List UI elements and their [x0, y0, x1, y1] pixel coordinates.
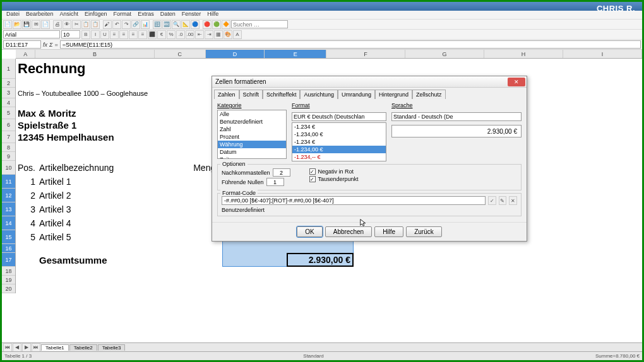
dialog-tab[interactable]: Zahlen	[214, 90, 239, 99]
kategorie-list[interactable]: AlleBenutzerdefiniertZahlProzentWährungD…	[217, 110, 287, 159]
toolbar-btn-18[interactable]: 📐	[181, 20, 190, 29]
row-header[interactable]: 6	[2, 119, 15, 131]
list-item[interactable]: Prozent	[218, 133, 286, 141]
formatcode-input[interactable]	[222, 196, 486, 205]
row-header[interactable]: 14	[2, 216, 15, 230]
list-item[interactable]: Zahl	[218, 126, 286, 133]
sum-cell[interactable]: 2.930,00 €	[287, 253, 354, 267]
tab-nav-first-icon[interactable]: ⏮	[3, 343, 12, 352]
col-header[interactable]: A	[16, 50, 35, 58]
row-header[interactable]: 5	[2, 107, 15, 119]
fmt-btn-10[interactable]: .0	[176, 30, 185, 39]
col-header[interactable]: I	[563, 50, 642, 58]
fmt-btn-5[interactable]: ≡	[129, 30, 138, 39]
help-button[interactable]: Hilfe	[374, 226, 403, 237]
list-item[interactable]: Alle	[218, 110, 286, 118]
toolbar-btn-6[interactable]: 👁	[63, 20, 71, 29]
toolbar-btn-12[interactable]: ↷	[122, 20, 131, 29]
toolbar-btn-20[interactable]: 🔴	[203, 20, 212, 29]
list-item[interactable]: -1.234,00 EUR	[292, 161, 386, 161]
row-header[interactable]: 15	[2, 230, 15, 244]
ok-button[interactable]: OK	[297, 226, 322, 237]
toolbar-btn-5[interactable]: 🖨	[53, 20, 62, 29]
format-list[interactable]: -1.234 €-1.234,00 €-1.234 €-1.234,00 €-1…	[292, 122, 386, 161]
code-delete-icon[interactable]: ✕	[509, 196, 517, 205]
fmt-btn-12[interactable]: ⇤	[195, 30, 204, 39]
toolbar-btn-10[interactable]: 🖌	[103, 20, 112, 29]
tausender-checkbox[interactable]: ✓	[309, 176, 316, 182]
list-item[interactable]: Datum	[218, 148, 286, 156]
row-header[interactable]: 17	[2, 253, 15, 267]
toolbar-btn-3[interactable]: ✉	[32, 20, 40, 29]
menu-daten[interactable]: Daten	[157, 11, 179, 19]
cell[interactable]: Chris – Youtubeallee 1000 – Googlehause	[16, 88, 205, 98]
toolbar-btn-16[interactable]: 🔤	[162, 20, 171, 29]
toolbar-btn-4[interactable]: 📄	[41, 20, 50, 29]
fmt-btn-11[interactable]: .00	[186, 30, 194, 39]
dialog-tab[interactable]: Zellschutz	[412, 90, 446, 99]
dialog-tab[interactable]: Hintergrund	[375, 90, 412, 99]
code-edit-icon[interactable]: ✎	[499, 196, 507, 205]
cell[interactable]: 2	[16, 189, 37, 202]
toolbar-btn-22[interactable]: 🔶	[222, 20, 230, 29]
sum-icon[interactable]: Σ	[49, 42, 52, 48]
fmt-btn-2[interactable]: U	[100, 30, 109, 39]
dialog-titlebar[interactable]: Zellen formatieren ✕	[212, 76, 527, 88]
list-item[interactable]: -1.234,00 €	[292, 131, 386, 138]
toolbar-btn-7[interactable]: ✂	[72, 20, 81, 29]
col-header[interactable]: G	[405, 50, 484, 58]
toolbar-btn-14[interactable]: 📊	[141, 20, 150, 29]
negativ-checkbox[interactable]: ✓	[309, 168, 316, 175]
cell[interactable]: 1	[16, 175, 37, 189]
dialog-tab[interactable]: Umrandung	[338, 90, 375, 99]
search-input[interactable]	[231, 20, 288, 28]
tab-nav-prev-icon[interactable]: ◀	[13, 343, 21, 352]
cell[interactable]: Spielstraße 1	[16, 119, 205, 131]
menu-format[interactable]: Format	[110, 11, 135, 19]
cell[interactable]: Artikel 5	[37, 230, 167, 244]
row-header[interactable]: 4	[2, 98, 15, 107]
formula-input[interactable]: =SUMME(E11:E15)	[60, 40, 641, 49]
font-name-select[interactable]	[3, 30, 60, 38]
fmt-btn-15[interactable]: 🎨	[224, 30, 232, 39]
menu-datei[interactable]: Datei	[3, 11, 23, 19]
tab-nav-next-icon[interactable]: ▶	[22, 343, 31, 352]
cell[interactable]: Artikel 3	[37, 202, 167, 216]
menu-ansicht[interactable]: Ansicht	[57, 11, 82, 19]
list-item[interactable]: Währung	[218, 141, 286, 148]
menu-fenster[interactable]: Fenster	[179, 11, 205, 19]
toolbar-btn-9[interactable]: 📋	[91, 20, 100, 29]
font-size-select[interactable]	[61, 30, 80, 38]
cell[interactable]: Pos.	[16, 161, 37, 175]
col-header[interactable]: F	[326, 50, 405, 58]
cell[interactable]: Artikel 2	[37, 189, 167, 202]
sheet-tab[interactable]: Tabelle2	[69, 344, 97, 351]
row-header[interactable]: 2	[2, 79, 15, 88]
cell[interactable]: 4	[16, 216, 37, 230]
dialog-tab[interactable]: Schrifteffekt	[263, 90, 300, 99]
format-currency-select[interactable]	[292, 112, 386, 121]
close-icon[interactable]: ✕	[508, 78, 525, 86]
nachkomma-input[interactable]	[273, 168, 290, 177]
row-header[interactable]: 8	[2, 143, 15, 152]
toolbar-btn-13[interactable]: 🔗	[131, 20, 140, 29]
row-header[interactable]: 19	[2, 276, 15, 284]
col-header[interactable]: H	[484, 50, 563, 58]
row-header[interactable]: 20	[2, 284, 15, 293]
col-header[interactable]: D	[206, 50, 265, 58]
list-item[interactable]: -1.234 €	[292, 138, 386, 146]
toolbar-btn-11[interactable]: ↶	[112, 20, 121, 29]
cell-reference-box[interactable]: D11:E17	[3, 40, 41, 49]
row-header[interactable]: 9	[2, 152, 15, 161]
row-header[interactable]: 1	[2, 59, 15, 79]
toolbar-btn-0[interactable]: 📄	[3, 20, 12, 29]
list-item[interactable]: -1.234,-- €	[292, 153, 386, 161]
code-add-icon[interactable]: ✓	[488, 196, 496, 205]
col-header[interactable]: B	[35, 50, 154, 58]
fmt-btn-16[interactable]: A	[233, 30, 242, 39]
dialog-tab[interactable]: Schrift	[239, 90, 263, 99]
cell[interactable]: Max & Moritz	[16, 107, 205, 119]
fmt-btn-8[interactable]: €	[157, 30, 166, 39]
fmt-btn-0[interactable]: B	[81, 30, 90, 39]
menu-hilfe[interactable]: Hilfe	[204, 11, 222, 19]
